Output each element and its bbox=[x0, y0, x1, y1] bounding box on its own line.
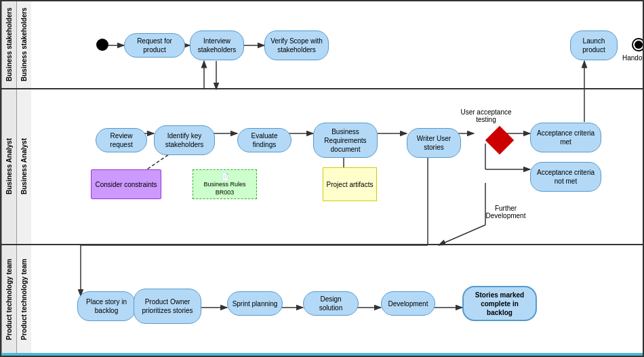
node-decision-diamond bbox=[483, 123, 517, 157]
end-circle-inner bbox=[635, 41, 643, 49]
node-business-rules[interactable]: 📄 Business Rules BR003 bbox=[193, 169, 257, 199]
node-interview-stakeholders[interactable]: Interview stakeholders bbox=[190, 30, 244, 60]
swimlane-content-row2: Review request Identify key stakeholders… bbox=[31, 89, 643, 244]
handoff-label: Handoff bbox=[622, 54, 644, 62]
node-project-artifacts[interactable]: Project artifacts bbox=[323, 167, 377, 201]
node-request-for-product[interactable]: Request for product bbox=[124, 33, 185, 58]
bottom-accent-bar bbox=[1, 353, 643, 356]
node-stories-marked-complete[interactable]: Stories marked complete in backlog bbox=[462, 286, 537, 321]
node-identify-stakeholders[interactable]: Identify key stakeholders bbox=[154, 125, 215, 155]
node-business-requirements[interactable]: Business Requirements document bbox=[313, 123, 378, 158]
node-writer-user-stories[interactable]: Writer User stories bbox=[407, 128, 461, 158]
swimlane-outer-label-row2: Business Analyst bbox=[1, 89, 16, 244]
node-sprint-planning[interactable]: Sprint planning bbox=[227, 291, 283, 316]
node-product-owner-prioritizes[interactable]: Product Owner prioritizes stories bbox=[134, 289, 201, 324]
swimlane-outer-label-row3: Product technology team bbox=[1, 245, 16, 354]
node-development[interactable]: Development bbox=[381, 291, 435, 316]
swimlane-row2: Business Analyst Business Analyst Review… bbox=[1, 89, 643, 245]
swimlane-content-row3: Place story in backlog Product Owner pri… bbox=[31, 245, 643, 354]
business-rules-icon: 📄 bbox=[221, 172, 229, 181]
swimlane-inner-label-row2: Business Analyst bbox=[16, 89, 31, 244]
swimlane-row1: Business stakeholders Business stakehold… bbox=[1, 1, 643, 89]
node-verify-scope[interactable]: Verify Scope with stakeholders bbox=[264, 30, 329, 60]
end-node bbox=[632, 38, 644, 51]
start-node bbox=[96, 39, 108, 51]
swimlane-content-row1: Request for product Interview stakeholde… bbox=[31, 1, 643, 88]
further-development-label: Further Development bbox=[479, 205, 533, 219]
node-design-solution[interactable]: Design solution bbox=[303, 291, 359, 316]
diamond-shape bbox=[485, 126, 514, 154]
user-acceptance-testing-label: User acceptance testing bbox=[456, 108, 517, 123]
swimlane-outer-label-row1: Business stakeholders bbox=[1, 1, 16, 88]
node-consider-constraints[interactable]: Consider constraints bbox=[91, 169, 161, 199]
swimlane-inner-label-row3: Product technology team bbox=[16, 245, 31, 354]
node-acceptance-met[interactable]: Acceptance criteria met bbox=[530, 123, 601, 152]
swimlane-inner-label-row1: Business stakeholders bbox=[16, 1, 31, 88]
node-evaluate-findings[interactable]: Evaluate findings bbox=[237, 128, 291, 152]
node-place-story-backlog[interactable]: Place story in backlog bbox=[77, 291, 136, 321]
node-review-request[interactable]: Review request bbox=[96, 128, 147, 152]
swimlane-row3: Product technology team Product technolo… bbox=[1, 245, 643, 354]
diagram-container: Business stakeholders Business stakehold… bbox=[0, 0, 644, 357]
node-acceptance-not-met[interactable]: Acceptance criteria not met bbox=[530, 162, 601, 192]
node-launch-product[interactable]: Launch product bbox=[570, 30, 618, 60]
